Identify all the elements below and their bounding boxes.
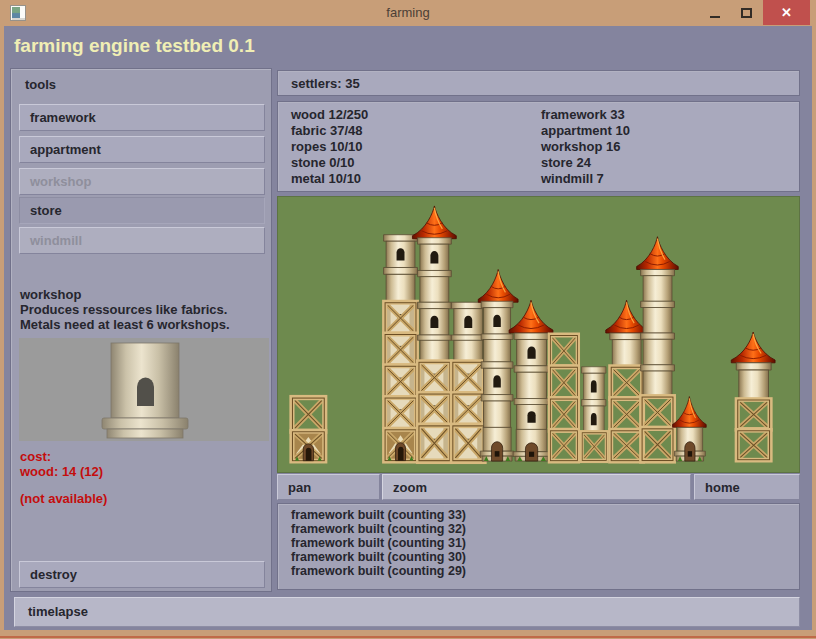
log-entry: framework built (counting 29) xyxy=(291,564,799,578)
settlers-bar: settlers: 35 xyxy=(277,70,800,96)
destroy-button[interactable]: destroy xyxy=(19,561,265,588)
log-entry: framework built (counting 32) xyxy=(291,522,799,536)
tools-panel: tools framework appartment workshop stor… xyxy=(10,68,272,592)
building-description-line: Metals need at least 6 workshops. xyxy=(20,317,230,332)
availability-status: (not available) xyxy=(20,491,107,506)
window-bottom-edge xyxy=(0,636,816,638)
minimize-icon xyxy=(710,16,720,18)
log-entry: framework built (counting 31) xyxy=(291,536,799,550)
log-entry: framework built (counting 30) xyxy=(291,550,799,564)
resource-item: metal 10/10 xyxy=(291,171,368,187)
tool-button-windmill[interactable]: windmill xyxy=(19,227,265,254)
window-title: farming xyxy=(0,5,816,20)
cost-label: cost: xyxy=(20,449,51,464)
tools-label: tools xyxy=(25,77,56,92)
game-scene xyxy=(278,197,799,472)
resource-item: stone 0/10 xyxy=(291,155,368,171)
main-content: farming engine testbed 0.1 tools framewo… xyxy=(4,26,812,630)
settlers-count: settlers: 35 xyxy=(291,76,360,91)
building-count-item: appartment 10 xyxy=(541,123,630,139)
log-panel: framework built (counting 33) framework … xyxy=(277,503,800,590)
resource-item: wood 12/250 xyxy=(291,107,368,123)
resource-item: fabric 37/48 xyxy=(291,123,368,139)
page-title: farming engine testbed 0.1 xyxy=(14,35,255,57)
close-button[interactable]: ✕ xyxy=(763,0,810,25)
resource-item: ropes 10/10 xyxy=(291,139,368,155)
cost-wood: wood: 14 (12) xyxy=(20,464,103,479)
building-preview-image xyxy=(19,338,269,441)
zoom-button[interactable]: zoom xyxy=(382,474,691,500)
maximize-button[interactable] xyxy=(731,0,762,25)
log-entry: framework built (counting 33) xyxy=(291,508,799,522)
close-icon: ✕ xyxy=(781,5,792,20)
home-button[interactable]: home xyxy=(694,474,800,500)
building-count-list: framework 33 appartment 10 workshop 16 s… xyxy=(541,107,630,187)
resources-panel: wood 12/250 fabric 37/48 ropes 10/10 sto… xyxy=(277,101,800,192)
resource-list: wood 12/250 fabric 37/48 ropes 10/10 sto… xyxy=(291,107,368,187)
titlebar[interactable]: farming ✕ xyxy=(0,0,816,26)
tool-button-workshop[interactable]: workshop xyxy=(19,168,265,195)
timelapse-button[interactable]: timelapse xyxy=(14,597,800,627)
building-count-item: workshop 16 xyxy=(541,139,630,155)
game-viewport[interactable] xyxy=(277,196,800,473)
maximize-icon xyxy=(741,8,752,18)
tool-button-framework[interactable]: framework xyxy=(19,104,265,131)
tool-button-store[interactable]: store xyxy=(19,197,265,224)
app-window: farming ✕ farming engine testbed 0.1 too… xyxy=(0,0,816,639)
building-count-item: framework 33 xyxy=(541,107,630,123)
minimize-button[interactable] xyxy=(699,0,730,25)
tool-button-appartment[interactable]: appartment xyxy=(19,136,265,163)
building-description-title: workshop xyxy=(20,287,81,302)
pan-button[interactable]: pan xyxy=(277,474,380,500)
building-preview xyxy=(19,338,269,441)
building-count-item: windmill 7 xyxy=(541,171,630,187)
building-description-line: Produces ressources like fabrics. xyxy=(20,302,227,317)
building-count-item: store 24 xyxy=(541,155,630,171)
